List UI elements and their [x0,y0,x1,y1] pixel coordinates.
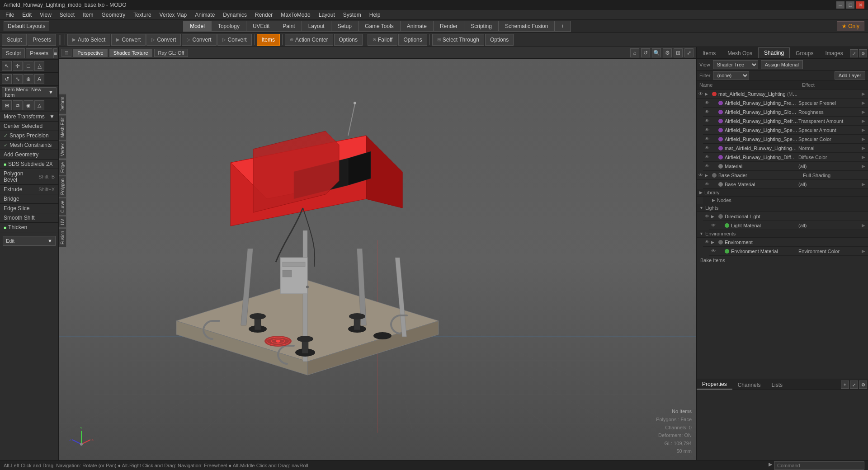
expand-icon[interactable]: ▶ [705,173,710,178]
nav-arrow[interactable]: ▶ [862,223,866,228]
tree-row-fresnel[interactable]: 👁 Airfield_Runway_Lighting_Fresnel (Imag… [703,99,868,108]
rpanel-expand-icon[interactable]: ⤢ [850,49,858,57]
falloff-button[interactable]: ⊗ Falloff [368,34,397,46]
menu-geometry[interactable]: Geometry [98,11,129,19]
bpanel-settings-icon[interactable]: ⚙ [859,381,867,389]
maximize-button[interactable]: □ [846,1,854,9]
vp-icon-settings[interactable]: ⚙ [663,48,672,57]
tab-game-tools[interactable]: Game Tools [358,21,400,32]
minimize-button[interactable]: ─ [836,1,844,9]
nav-arrow[interactable]: ▶ [862,91,866,96]
close-button[interactable]: ✕ [856,1,864,9]
menu-dynamics[interactable]: Dynamics [219,11,250,19]
menu-system[interactable]: System [340,11,365,19]
items-button[interactable]: Items [257,34,280,46]
tab-mesh-ops[interactable]: Mesh Ops [722,48,758,58]
tab-groups[interactable]: Groups [790,48,819,58]
tree-row-light-material[interactable]: 👁 Light Material (all) ▶ [709,221,868,230]
side-label-deform[interactable]: Deform [59,94,66,114]
visibility-icon[interactable]: 👁 [705,214,711,219]
assign-material-btn[interactable]: Assign Material [761,60,803,69]
visibility-icon[interactable]: 👁 [705,118,711,123]
tree-row-bump[interactable]: 👁 mat_Airfield_Runway_Lighting_bump (Ima… [703,144,868,153]
select-through-button[interactable]: ⊞ Select Through [432,34,484,46]
command-input[interactable] [774,461,864,470]
smooth-shift[interactable]: Smooth Shift [0,213,58,223]
menu-help[interactable]: Help [366,11,384,19]
filter-dropdown[interactable]: (none) [713,71,749,80]
tab-scripting[interactable]: Scripting [464,21,498,32]
cube-icon[interactable]: □ [24,61,33,71]
mesh-constraints[interactable]: ✓ Mesh Constraints [0,141,58,150]
expand-icon[interactable]: ▶ [711,240,717,244]
tab-paint[interactable]: Paint [276,21,301,32]
vp-icon-grid[interactable]: ⊞ [674,48,683,57]
visibility-icon[interactable]: 👁 [705,240,711,244]
rotate-icon[interactable]: ↺ [2,74,12,84]
tab-items[interactable]: Items [697,48,722,58]
add-layer-btn[interactable]: Add Layer [835,71,865,80]
options-button-1[interactable]: Options [334,34,363,46]
options-button-3[interactable]: Options [485,34,514,46]
sphere-icon[interactable]: ◉ [24,100,33,110]
sculpt-button[interactable]: Sculpt [2,34,27,46]
visibility-icon[interactable]: 👁 [705,164,711,169]
tree-row-environment-material[interactable]: 👁 Environment Material Environment Color… [709,247,868,256]
convert-button-4[interactable]: ▷ Convert [217,34,252,46]
presets-button[interactable]: Presets [28,34,56,46]
nav-arrow[interactable]: ▶ [862,182,866,187]
side-label-fusion[interactable]: Fusion [59,228,66,247]
mesh-icon[interactable]: ⧉ [13,100,23,110]
edit-dropdown[interactable]: Edit ▼ [3,236,56,246]
tab-schematic[interactable]: Schematic Fusion [498,21,554,32]
visibility-icon[interactable]: 👁 [711,249,717,254]
options-button-2[interactable]: Options [398,34,427,46]
perspective-btn[interactable]: Perspective [73,49,107,57]
shaded-texture-btn[interactable]: Shaded Texture [109,49,152,57]
nav-arrow[interactable]: ▶ [862,155,866,160]
edge-slice[interactable]: Edge Slice [0,204,58,213]
tab-model[interactable]: Model [183,21,211,32]
tree-row-environment[interactable]: 👁 ▶ Environment [703,238,868,247]
shader-tree-body[interactable]: 👁 ▶ mat_Airfield_Runway_Lighting (Materi… [697,89,868,379]
tab-uvedit[interactable]: UVEdit [246,21,276,32]
select-mode-icon[interactable]: ↖ [2,61,12,71]
star-only-button[interactable]: ★ Only [837,21,864,31]
side-label-uv[interactable]: UV [59,216,66,228]
tab-layout[interactable]: Layout [302,21,331,32]
convert-button-1[interactable]: ▶ Convert [111,34,146,46]
visibility-icon[interactable]: 👁 [711,223,717,228]
menu-maxtomodo[interactable]: MaxToModo [277,11,314,19]
action-center-button[interactable]: ⊕ Action Center [285,34,333,46]
polygon-bevel[interactable]: Polygon Bevel Shift+B [0,169,58,185]
expand-icon[interactable]: ▶ [711,214,717,219]
visibility-icon[interactable]: 👁 [705,100,711,105]
text-icon[interactable]: A [34,74,44,84]
menu-file[interactable]: File [2,11,18,19]
menu-texture[interactable]: Texture [130,11,155,19]
tab-animate[interactable]: Animate [400,21,433,32]
tree-row-specular-amount[interactable]: 👁 Airfield_Runway_Lighting_Specular (Ima… [703,126,868,135]
snaps-precision[interactable]: ✓ Snaps Precision [0,131,58,141]
tab-add[interactable]: + [554,21,571,32]
expand-icon[interactable]: ▼ [699,231,703,236]
sculpt-btn[interactable]: Sculpt [2,48,25,58]
visibility-icon[interactable]: 👁 [705,155,711,160]
menu-animate[interactable]: Animate [191,11,218,19]
tree-row-base-material[interactable]: 👁 Base Material (all) ▶ [703,180,868,189]
tree-row-specular-color[interactable]: 👁 Airfield_Runway_Lighting_Specular (Ima… [703,135,868,144]
menu-edit[interactable]: Edit [19,11,35,19]
preset-config-icon[interactable]: ≡ [53,48,57,58]
nav-arrow[interactable]: ▶ [862,118,866,123]
expand-icon[interactable]: ▶ [705,92,710,96]
tree-row-glossiness[interactable]: 👁 Airfield_Runway_Lighting_Glossiness (I… [703,108,868,117]
convert-button-3[interactable]: ▷ Convert [182,34,216,46]
side-label-vertex[interactable]: Vertex [59,141,66,159]
side-label-mesh-edit[interactable]: Mesh Edit [59,115,66,140]
tab-setup[interactable]: Setup [331,21,358,32]
nav-arrow[interactable]: ▶ [862,127,866,132]
visibility-icon[interactable]: 👁 [698,91,705,96]
tree-row-diffuse[interactable]: 👁 Airfield_Runway_Lighting_Diffuse (Imag… [703,153,868,162]
triangle-icon[interactable]: △ [34,61,44,71]
bridge[interactable]: Bridge [0,194,58,204]
